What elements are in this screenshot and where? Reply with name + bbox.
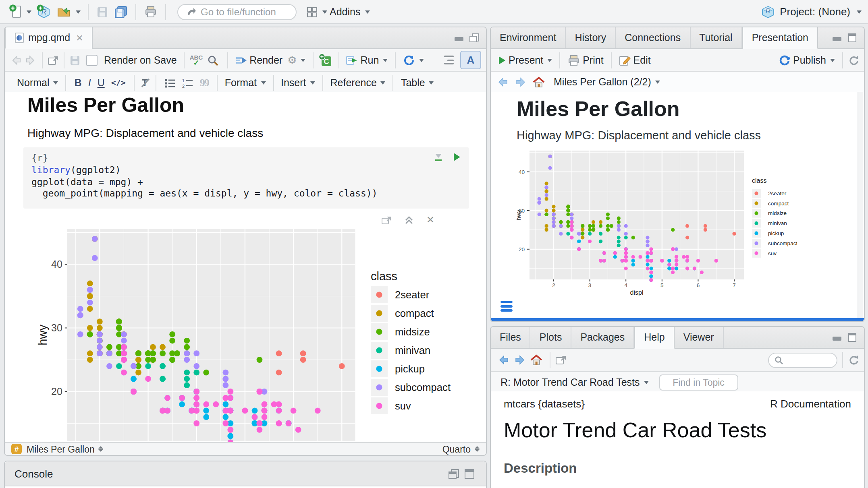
- svg-text:class: class: [752, 177, 766, 184]
- blockquote-button[interactable]: 99: [200, 76, 209, 89]
- run-button[interactable]: Run: [344, 53, 390, 67]
- env-tabstrip: Environment History Connections Tutorial…: [491, 27, 864, 49]
- project-menu[interactable]: R Project: (None): [760, 4, 862, 19]
- run-chunk-icon[interactable]: [453, 152, 461, 162]
- new-file-button[interactable]: [6, 2, 34, 21]
- svg-text:20: 20: [51, 386, 62, 397]
- tab-plots[interactable]: Plots: [531, 327, 572, 348]
- help-search-input[interactable]: [768, 352, 837, 368]
- collapse-output-icon[interactable]: [405, 215, 413, 224]
- slide-menu-icon[interactable]: [500, 301, 513, 312]
- render-on-save-checkbox[interactable]: Render on Save: [84, 53, 179, 67]
- save-all-button[interactable]: [111, 3, 131, 20]
- tab-presentation[interactable]: Presentation: [742, 27, 818, 49]
- help-document[interactable]: mtcars {datasets} R Documentation Motor …: [491, 391, 864, 488]
- back-icon[interactable]: [11, 55, 22, 65]
- output-popout-icon[interactable]: [381, 215, 392, 224]
- save-doc-icon[interactable]: [69, 54, 81, 66]
- table-menu[interactable]: Table: [399, 75, 436, 90]
- maximize-pane-icon[interactable]: [847, 33, 858, 43]
- publish-button[interactable]: Publish: [776, 53, 837, 67]
- open-in-new-window-icon[interactable]: [48, 55, 59, 65]
- help-popout-icon[interactable]: [555, 355, 567, 365]
- r-cube-letter: R: [765, 7, 770, 14]
- help-forward-icon[interactable]: [514, 355, 525, 365]
- insert-chunk-icon[interactable]: C: [319, 53, 333, 67]
- format-menu[interactable]: Format: [222, 75, 268, 90]
- help-refresh-icon[interactable]: [848, 354, 859, 366]
- maximize-pane-icon[interactable]: [469, 33, 480, 43]
- bullet-list-icon[interactable]: [164, 78, 176, 87]
- doc-mode-label[interactable]: Quarto: [442, 444, 471, 454]
- code-chunk[interactable]: {r} library(ggplot2) ggplot(data = mpg) …: [23, 147, 469, 209]
- addins-menu[interactable]: Addins: [330, 6, 370, 17]
- rerun-button[interactable]: [401, 53, 426, 67]
- paragraph-style-select[interactable]: Normal: [15, 75, 61, 90]
- reference-menu[interactable]: Reference: [328, 75, 388, 90]
- print-button[interactable]: [141, 3, 160, 20]
- insert-menu[interactable]: Insert: [278, 75, 318, 90]
- console-restore-icon[interactable]: [448, 468, 459, 479]
- slide-title-menu[interactable]: Miles Per Gallon (2/2): [551, 75, 662, 89]
- presentation-scrollbar[interactable]: [858, 92, 863, 320]
- mode-selector-arrows-icon[interactable]: [475, 446, 480, 452]
- section-jump[interactable]: Miles Per Gallon: [27, 444, 95, 454]
- svg-text:5: 5: [660, 282, 664, 288]
- tab-files[interactable]: Files: [491, 327, 531, 348]
- svg-text:20: 20: [519, 246, 525, 252]
- open-file-button[interactable]: [54, 4, 83, 20]
- presentation-preview[interactable]: Miles Per Gallon Highway MPG: Displaceme…: [491, 92, 864, 320]
- bold-button[interactable]: B: [71, 77, 85, 88]
- code-format-button[interactable]: </>: [108, 78, 129, 87]
- edit-presentation-button[interactable]: Edit: [617, 53, 653, 67]
- help-topic-label: R: Motor Trend Car Road Tests: [500, 377, 640, 388]
- close-tab-icon[interactable]: ✕: [76, 33, 83, 43]
- save-button[interactable]: [93, 4, 111, 20]
- section-selector-arrows-icon[interactable]: [99, 446, 104, 452]
- close-output-icon[interactable]: ✕: [426, 214, 434, 225]
- tab-environment[interactable]: Environment: [491, 27, 566, 48]
- print-presentation-button[interactable]: Print: [565, 53, 606, 67]
- console-header[interactable]: Console: [5, 461, 486, 486]
- find-replace-icon[interactable]: [207, 54, 218, 66]
- render-settings-button[interactable]: ⚙: [285, 52, 308, 68]
- pane-layout-button[interactable]: [303, 4, 330, 20]
- help-doc-source: R Documentation: [770, 398, 851, 410]
- tab-tutorial[interactable]: Tutorial: [690, 27, 742, 48]
- minimize-pane-icon[interactable]: [832, 333, 842, 341]
- run-chunks-above-icon[interactable]: [434, 152, 443, 162]
- tab-connections[interactable]: Connections: [616, 27, 690, 48]
- help-topic-selector[interactable]: R: Motor Trend Car Road Tests: [500, 375, 651, 390]
- tab-mpg-qmd[interactable]: mpg.qmd ✕: [5, 27, 93, 49]
- console-maximize-icon[interactable]: [464, 468, 475, 479]
- tab-viewer[interactable]: Viewer: [675, 327, 724, 348]
- refresh-icon[interactable]: [848, 54, 859, 66]
- slide-forward-icon[interactable]: [515, 77, 526, 87]
- present-button[interactable]: Present: [496, 53, 554, 67]
- home-icon[interactable]: [533, 77, 545, 88]
- spellcheck-icon[interactable]: ABC ✓: [190, 54, 203, 66]
- italic-button[interactable]: I: [85, 77, 94, 88]
- numbered-list-icon[interactable]: 12: [182, 78, 193, 87]
- find-in-topic-input[interactable]: Find in Topic: [659, 374, 738, 391]
- editor-statusbar: # Miles Per Gallon Quarto: [5, 442, 486, 455]
- new-project-button[interactable]: R: [34, 2, 54, 21]
- minimize-pane-icon[interactable]: [454, 34, 464, 42]
- tab-help[interactable]: Help: [634, 327, 674, 349]
- minimize-pane-icon[interactable]: [832, 34, 842, 42]
- outline-toggle-icon[interactable]: [441, 56, 457, 64]
- render-label: Render: [249, 54, 282, 66]
- forward-icon[interactable]: [25, 55, 35, 65]
- maximize-pane-icon[interactable]: [847, 333, 858, 342]
- help-home-icon[interactable]: [530, 354, 542, 366]
- goto-file-search[interactable]: Go to file/function: [177, 4, 297, 20]
- tab-history[interactable]: History: [566, 27, 616, 48]
- tab-packages[interactable]: Packages: [571, 327, 634, 348]
- help-back-icon[interactable]: [498, 355, 509, 365]
- document-canvas[interactable]: Miles Per Gallon Highway MPG: Displaceme…: [5, 92, 486, 444]
- render-button[interactable]: Render: [233, 53, 285, 67]
- slide-back-icon[interactable]: [497, 77, 509, 87]
- visual-editor-toggle[interactable]: A: [460, 51, 481, 69]
- underline-button[interactable]: U: [94, 77, 108, 88]
- clear-format-icon[interactable]: T: [139, 77, 151, 88]
